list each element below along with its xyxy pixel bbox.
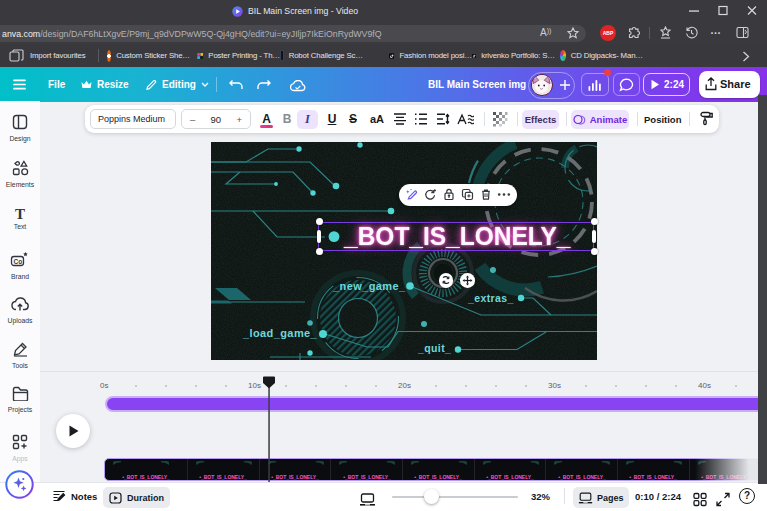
svg-text:_load_game_: _load_game_ bbox=[242, 327, 318, 339]
svg-text:_quit_: _quit_ bbox=[417, 342, 451, 354]
svg-text:_new_game_: _new_game_ bbox=[332, 280, 406, 292]
svg-text:_extras_: _extras_ bbox=[467, 292, 514, 304]
svg-text:Co: Co bbox=[14, 258, 23, 265]
